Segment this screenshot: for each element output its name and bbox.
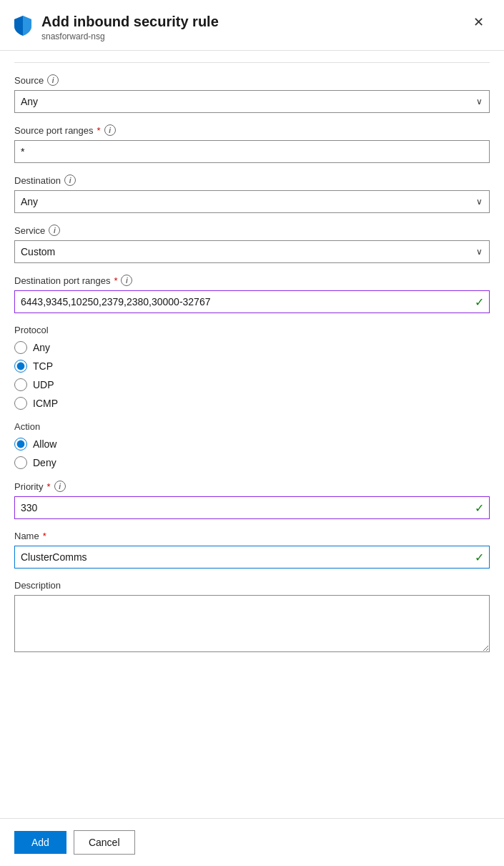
source-port-input-wrapper xyxy=(14,140,490,163)
source-select-wrapper: Any IP Addresses Service Tag Application… xyxy=(14,90,490,113)
service-label: Service i xyxy=(14,225,490,236)
description-group: Description xyxy=(14,580,490,654)
protocol-icmp-label: ICMP xyxy=(33,398,58,409)
cancel-button[interactable]: Cancel xyxy=(74,830,135,855)
source-port-ranges-group: Source port ranges * i xyxy=(14,124,490,163)
destination-info-icon[interactable]: i xyxy=(64,174,76,186)
source-port-info-icon[interactable]: i xyxy=(104,124,116,136)
source-select[interactable]: Any IP Addresses Service Tag Application… xyxy=(14,90,490,113)
destination-group: Destination i Any IP Addresses Service T… xyxy=(14,174,490,213)
destination-label: Destination i xyxy=(14,174,490,186)
source-label: Source i xyxy=(14,74,490,86)
name-label: Name * xyxy=(14,531,490,541)
protocol-icmp-radio[interactable] xyxy=(14,397,27,410)
footer: Add Cancel xyxy=(0,818,504,866)
protocol-udp-label: UDP xyxy=(33,379,54,390)
action-allow-label: Allow xyxy=(33,438,56,450)
protocol-icmp-item[interactable]: ICMP xyxy=(14,397,490,410)
priority-label: Priority * i xyxy=(14,481,490,492)
priority-required-star: * xyxy=(46,481,50,492)
description-label: Description xyxy=(14,580,490,591)
source-port-ranges-label: Source port ranges * i xyxy=(14,124,490,136)
priority-input-wrapper: ✓ xyxy=(14,496,490,519)
dest-port-check-icon: ✓ xyxy=(475,295,484,309)
service-info-icon[interactable]: i xyxy=(49,225,60,236)
description-textarea[interactable] xyxy=(14,595,490,652)
panel: Add inbound security rule snasforward-ns… xyxy=(0,0,504,866)
dest-port-input-wrapper: ✓ xyxy=(14,290,490,313)
source-port-ranges-input[interactable] xyxy=(14,140,490,163)
name-check-icon: ✓ xyxy=(475,551,484,564)
source-group: Source i Any IP Addresses Service Tag Ap… xyxy=(14,74,490,113)
dest-port-required-star: * xyxy=(114,275,117,286)
name-required-star: * xyxy=(43,531,46,541)
source-info-icon[interactable]: i xyxy=(47,74,59,86)
protocol-any-label: Any xyxy=(33,342,50,353)
action-label: Action xyxy=(14,421,490,432)
action-radio-group: Allow Deny xyxy=(14,438,490,469)
protocol-udp-radio[interactable] xyxy=(14,378,27,391)
protocol-udp-item[interactable]: UDP xyxy=(14,378,490,391)
action-deny-radio[interactable] xyxy=(14,456,27,469)
protocol-tcp-label: TCP xyxy=(33,360,53,372)
close-button[interactable]: ✕ xyxy=(468,13,490,31)
service-group: Service i Custom HTTP HTTPS SSH RDP ∨ xyxy=(14,225,490,263)
protocol-tcp-radio[interactable] xyxy=(14,360,27,373)
action-allow-item[interactable]: Allow xyxy=(14,438,490,451)
protocol-tcp-item[interactable]: TCP xyxy=(14,360,490,373)
destination-select[interactable]: Any IP Addresses Service Tag Application… xyxy=(14,190,490,213)
protocol-section: Protocol Any TCP UDP ICMP xyxy=(14,325,490,410)
protocol-any-radio[interactable] xyxy=(14,341,27,354)
priority-input[interactable] xyxy=(14,496,490,519)
name-input-wrapper: ✓ xyxy=(14,546,490,569)
add-button[interactable]: Add xyxy=(14,831,66,854)
protocol-any-item[interactable]: Any xyxy=(14,341,490,354)
priority-group: Priority * i ✓ xyxy=(14,481,490,519)
protocol-label: Protocol xyxy=(14,325,490,335)
service-select[interactable]: Custom HTTP HTTPS SSH RDP xyxy=(14,240,490,263)
dest-port-ranges-label: Destination port ranges * i xyxy=(14,275,490,286)
dest-port-ranges-input[interactable] xyxy=(14,290,490,313)
action-allow-radio[interactable] xyxy=(14,438,27,451)
name-input[interactable] xyxy=(14,546,490,569)
name-group: Name * ✓ xyxy=(14,531,490,569)
header-left: Add inbound security rule snasforward-ns… xyxy=(11,13,219,41)
dest-port-info-icon[interactable]: i xyxy=(121,275,132,286)
protocol-radio-group: Any TCP UDP ICMP xyxy=(14,341,490,410)
action-deny-label: Deny xyxy=(33,457,56,468)
shield-icon xyxy=(11,14,34,37)
page-title: Add inbound security rule xyxy=(41,13,219,30)
page-subtitle: snasforward-nsg xyxy=(41,31,219,41)
action-deny-item[interactable]: Deny xyxy=(14,456,490,469)
header-text: Add inbound security rule snasforward-ns… xyxy=(41,13,219,41)
source-port-required-star: * xyxy=(97,125,101,136)
divider-top xyxy=(14,62,490,63)
service-select-wrapper: Custom HTTP HTTPS SSH RDP ∨ xyxy=(14,240,490,263)
form-body: Source i Any IP Addresses Service Tag Ap… xyxy=(0,51,504,818)
priority-info-icon[interactable]: i xyxy=(54,481,66,492)
priority-check-icon: ✓ xyxy=(475,501,484,515)
dest-port-ranges-group: Destination port ranges * i ✓ xyxy=(14,275,490,313)
header: Add inbound security rule snasforward-ns… xyxy=(0,0,504,51)
action-section: Action Allow Deny xyxy=(14,421,490,469)
destination-select-wrapper: Any IP Addresses Service Tag Application… xyxy=(14,190,490,213)
